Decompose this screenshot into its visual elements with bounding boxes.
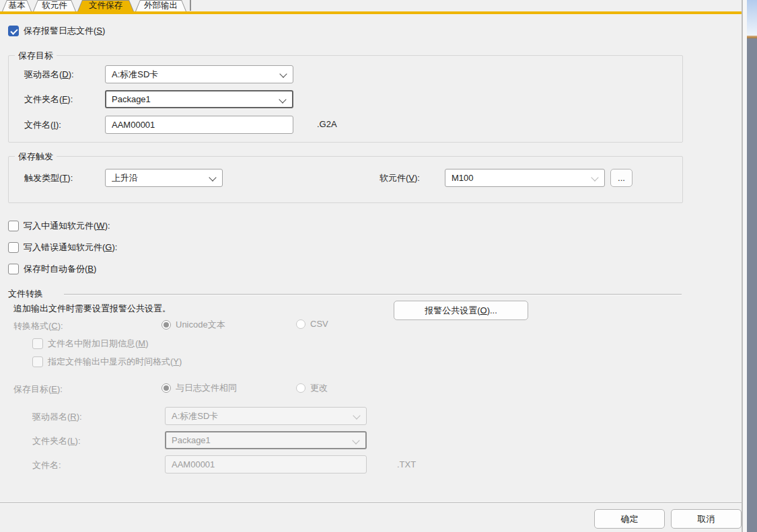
- chevron-down-icon: [352, 436, 359, 444]
- dest-same-radio-row: 与日志文件相同: [161, 382, 237, 394]
- folder-name-value: Package1: [112, 94, 151, 104]
- conversion-file-extension-label: .TXT: [397, 459, 416, 469]
- disabled-checkbox-icon: [32, 338, 43, 349]
- format-unicode-label: Unicode文本: [176, 319, 225, 331]
- cancel-button-label: 取消: [698, 513, 715, 525]
- conversion-folder-label: 文件夹名(L):: [32, 435, 81, 447]
- auto-backup-checkbox-row[interactable]: 保存时自动备份(B): [8, 263, 96, 275]
- conversion-dest-label: 保存目标(E):: [13, 383, 63, 395]
- conversion-folder-value: Package1: [172, 435, 211, 445]
- unchecked-checkbox-icon[interactable]: [8, 242, 19, 253]
- footer-divider: [0, 502, 742, 504]
- auto-backup-label: 保存时自动备份(B): [24, 263, 96, 275]
- format-unicode-radio-row: Unicode文本: [161, 319, 225, 331]
- drive-name-select[interactable]: A:标准SD卡: [105, 65, 293, 83]
- tab-external-output[interactable]: 外部输出: [135, 0, 186, 11]
- alarm-common-note: 追加输出文件时需要设置报警公共设置。: [13, 303, 171, 315]
- file-name-label: 文件名(I):: [24, 119, 61, 131]
- dest-change-radio-row: 更改: [296, 382, 328, 394]
- chevron-down-icon: [279, 70, 287, 77]
- dest-change-label: 更改: [310, 382, 328, 394]
- chevron-down-icon: [353, 412, 360, 419]
- tab-basic-label: 基本: [2, 0, 32, 11]
- save-log-checkbox-label: 保存报警日志文件(S): [24, 25, 105, 37]
- writing-notify-label: 写入中通知软元件(W):: [24, 220, 110, 232]
- unchecked-checkbox-icon[interactable]: [8, 264, 19, 274]
- conversion-file-input: [165, 455, 367, 473]
- checked-checkbox-icon[interactable]: [8, 26, 19, 36]
- active-tab-underline: [0, 11, 742, 14]
- alarm-common-settings-button[interactable]: 报警公共设置(O)...: [394, 301, 528, 320]
- conversion-drive-select: A:标准SD卡: [165, 407, 367, 425]
- trigger-type-label: 触发类型(T):: [24, 172, 73, 184]
- file-conversion-section-title: 文件转换: [8, 288, 43, 300]
- alarm-common-settings-button-label: 报警公共设置(O)...: [425, 305, 497, 317]
- trigger-device-value: M100: [452, 173, 474, 183]
- conversion-format-label: 转换格式(C):: [13, 320, 63, 332]
- trigger-device-label: 软元件(V):: [380, 172, 420, 184]
- file-name-input[interactable]: [105, 116, 293, 134]
- device-browse-button-label: ...: [618, 173, 625, 183]
- time-format-label: 指定文件输出中显示的时间格式(Y): [48, 356, 182, 368]
- folder-name-label: 文件夹名(F):: [24, 93, 73, 106]
- radio-selected-icon: [161, 383, 171, 393]
- conversion-drive-value: A:标准SD卡: [172, 410, 218, 422]
- background-window-tan-line: [747, 36, 757, 38]
- file-save-settings-dialog: 基本 软元件 文件保存 外部输出 保存报警日志文件(S) 保存目标 驱动器名(D…: [0, 0, 757, 532]
- trigger-device-combobox[interactable]: M100: [445, 169, 605, 187]
- trigger-type-select[interactable]: 上升沿: [105, 169, 223, 187]
- cancel-button[interactable]: 取消: [671, 509, 742, 529]
- format-csv-radio-row: CSV: [296, 319, 328, 329]
- save-log-checkbox-row[interactable]: 保存报警日志文件(S): [8, 25, 105, 37]
- chevron-down-icon: [591, 174, 598, 181]
- drive-name-label: 驱动器名(D):: [24, 69, 74, 81]
- folder-name-select[interactable]: Package1: [105, 90, 293, 108]
- dialog-panel: 基本 软元件 文件保存 外部输出 保存报警日志文件(S) 保存目标 驱动器名(D…: [0, 0, 743, 532]
- dest-same-label: 与日志文件相同: [176, 382, 237, 394]
- device-browse-button[interactable]: ...: [610, 169, 633, 187]
- drive-name-value: A:标准SD卡: [112, 69, 158, 81]
- file-extension-label: .G2A: [317, 119, 337, 129]
- trigger-device-label-row: 软元件(V):: [380, 172, 420, 184]
- tab-basic[interactable]: 基本: [2, 0, 32, 11]
- save-trigger-group-title: 保存触发: [15, 151, 57, 163]
- tab-bar: 基本 软元件 文件保存 外部输出: [2, 0, 191, 11]
- file-name-label-row: 文件名(I):: [24, 119, 61, 131]
- ok-button[interactable]: 确定: [594, 509, 665, 529]
- background-window-strip: [747, 0, 757, 532]
- conversion-file-label: 文件名:: [32, 459, 61, 471]
- unchecked-checkbox-icon[interactable]: [8, 221, 19, 231]
- conversion-drive-label: 驱动器名(R):: [32, 411, 82, 423]
- folder-name-label-row: 文件夹名(F):: [24, 93, 73, 106]
- radio-unselected-icon: [296, 319, 305, 329]
- save-target-group: 保存目标 驱动器名(D): A:标准SD卡 文件夹名(F): Package1 …: [8, 55, 683, 143]
- save-trigger-group: 保存触发 触发类型(T): 上升沿 软元件(V): M100 ...: [8, 156, 683, 203]
- date-info-checkbox-row: 文件名中附加日期信息(M): [32, 338, 149, 350]
- save-target-group-title: 保存目标: [15, 50, 57, 62]
- time-format-checkbox-row: 指定文件输出中显示的时间格式(Y): [32, 356, 182, 368]
- tab-strip-end-divider: [190, 0, 191, 11]
- writing-notify-checkbox-row[interactable]: 写入中通知软元件(W):: [8, 220, 110, 232]
- error-notify-checkbox-row[interactable]: 写入错误通知软元件(G):: [8, 241, 117, 254]
- tab-device-label: 软元件: [33, 0, 76, 11]
- tab-file-save-label: 文件保存: [77, 0, 134, 11]
- chevron-down-icon: [279, 96, 286, 103]
- trigger-type-value: 上升沿: [112, 172, 138, 184]
- tab-device[interactable]: 软元件: [33, 0, 76, 11]
- tab-file-save[interactable]: 文件保存: [77, 0, 134, 11]
- section-divider: [64, 294, 682, 295]
- radio-selected-icon: [161, 320, 171, 330]
- background-window-sky-area: [747, 0, 757, 36]
- radio-unselected-icon: [296, 383, 305, 393]
- ok-button-label: 确定: [621, 513, 639, 525]
- format-csv-label: CSV: [310, 319, 328, 329]
- disabled-checkbox-icon: [32, 356, 43, 367]
- chevron-down-icon: [209, 174, 216, 181]
- conversion-folder-select: Package1: [165, 431, 367, 449]
- tab-external-output-label: 外部输出: [135, 0, 186, 11]
- drive-name-label-row: 驱动器名(D):: [24, 69, 74, 81]
- error-notify-label: 写入错误通知软元件(G):: [24, 241, 117, 254]
- date-info-label: 文件名中附加日期信息(M): [48, 338, 149, 350]
- trigger-type-label-row: 触发类型(T):: [24, 172, 73, 184]
